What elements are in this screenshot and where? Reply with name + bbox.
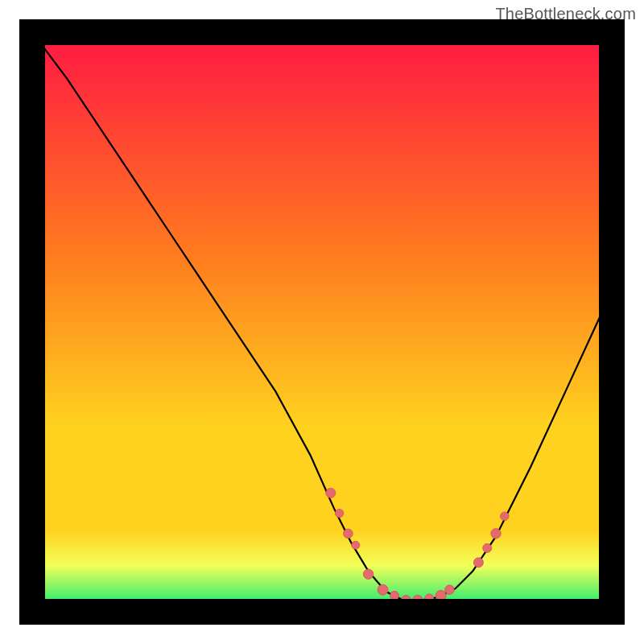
data-point	[390, 591, 399, 600]
data-point	[473, 558, 483, 568]
data-point	[352, 541, 360, 549]
chart-container: TheBottleneck.com	[0, 0, 644, 644]
data-point	[335, 509, 343, 517]
gradient-background	[32, 32, 612, 612]
data-point	[344, 529, 353, 539]
watermark-text: TheBottleneck.com	[495, 5, 636, 23]
plot-area	[32, 32, 612, 612]
data-point	[483, 543, 492, 552]
data-point	[501, 512, 510, 521]
data-point	[326, 488, 336, 497]
data-point	[445, 585, 455, 595]
bottleneck-chart	[0, 0, 644, 644]
data-point	[491, 529, 501, 539]
data-point	[363, 569, 373, 579]
data-point	[378, 584, 388, 595]
